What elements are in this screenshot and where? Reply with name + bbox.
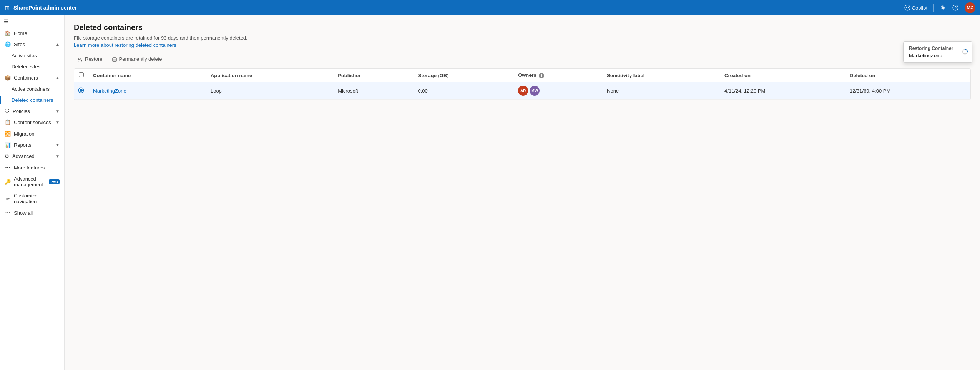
col-header-application-name: Application name — [206, 69, 333, 82]
sidebar-item-active-containers[interactable]: Active containers — [0, 83, 64, 95]
sites-chevron: ▲ — [56, 42, 60, 46]
reports-chevron: ▼ — [56, 143, 60, 147]
status-dot — [79, 88, 83, 93]
settings-button[interactable] — [940, 5, 946, 11]
sidebar-item-home[interactable]: 🏠 Home — [0, 27, 64, 39]
more-features-icon: ··· — [5, 164, 11, 171]
permanently-delete-button[interactable]: Permanently delete — [108, 54, 166, 64]
cell-sensitivity-label: None — [602, 82, 720, 100]
show-all-icon: ··· — [5, 210, 11, 216]
select-all-checkbox[interactable] — [79, 72, 84, 77]
sites-icon: 🌐 — [5, 41, 11, 47]
sidebar-item-customize-navigation[interactable]: ✏ Customize navigation — [0, 190, 64, 207]
content-services-chevron: ▼ — [56, 120, 60, 124]
cell-container-name: MarketingZone — [88, 82, 206, 100]
containers-icon: 📦 — [5, 75, 11, 81]
col-header-container-name: Container name — [88, 69, 206, 82]
topbar-divider — [933, 4, 934, 12]
col-header-publisher: Publisher — [333, 69, 413, 82]
sidebar-item-advanced-management[interactable]: 🔑 Advanced management PRO — [0, 173, 64, 190]
sidebar-item-deleted-sites[interactable]: Deleted sites — [0, 61, 64, 72]
owners-info-icon[interactable]: i — [539, 73, 544, 78]
restore-icon — [78, 56, 83, 62]
learn-more-link[interactable]: Learn more about restoring deleted conta… — [74, 42, 176, 48]
help-button[interactable]: ? — [952, 5, 958, 11]
sidebar-group-advanced[interactable]: ⚙ Advanced ▼ — [0, 151, 64, 162]
reports-icon: 📊 — [5, 142, 11, 148]
restore-button[interactable]: Restore — [74, 54, 106, 64]
avatar-mw: MW — [530, 86, 540, 96]
policies-chevron: ▼ — [56, 109, 60, 113]
cell-deleted-on: 12/31/69, 4:00 PM — [845, 82, 970, 100]
cell-application-name: Loop — [206, 82, 333, 100]
sidebar-item-show-all[interactable]: ··· Show all — [0, 207, 64, 219]
app-layout: ☰ 🏠 Home 🌐 Sites ▲ Active sites Deleted … — [0, 15, 980, 370]
avatar-ar: AR — [518, 86, 528, 96]
help-icon: ? — [952, 5, 958, 11]
sidebar-item-migration[interactable]: 🔀 Migration — [0, 128, 64, 139]
advanced-management-icon: 🔑 — [5, 179, 11, 185]
app-title: SharePoint admin center — [13, 5, 77, 11]
sidebar: ☰ 🏠 Home 🌐 Sites ▲ Active sites Deleted … — [0, 15, 65, 370]
containers-table: Container name Application name Publishe… — [74, 68, 971, 100]
table-header-row: Container name Application name Publishe… — [74, 69, 970, 82]
col-header-owners: Owners i — [513, 69, 602, 82]
sidebar-toggle[interactable]: ☰ — [0, 15, 64, 27]
sidebar-group-reports[interactable]: 📊 Reports ▼ — [0, 139, 64, 151]
cell-owners: AR MW — [513, 82, 602, 100]
home-icon: 🏠 — [5, 30, 11, 36]
advanced-chevron: ▼ — [56, 154, 60, 158]
pro-badge: PRO — [49, 179, 60, 184]
restore-spinner — [962, 48, 968, 56]
toolbar: Restore Permanently delete — [74, 54, 971, 64]
restore-popup-value: MarketingZone — [909, 53, 967, 58]
sidebar-group-sites[interactable]: 🌐 Sites ▲ — [0, 39, 64, 50]
cell-created-on: 4/11/24, 12:20 PM — [720, 82, 845, 100]
page-title: Deleted containers — [74, 23, 971, 32]
restore-popup: Restoring Container MarketingZone — [903, 41, 972, 63]
sidebar-group-content-services[interactable]: 📋 Content services ▼ — [0, 117, 64, 128]
content-services-icon: 📋 — [5, 119, 11, 125]
svg-point-0 — [905, 5, 910, 10]
table-row[interactable]: MarketingZone Loop Microsoft 0.00 AR MW … — [74, 82, 970, 100]
containers-chevron: ▲ — [56, 76, 60, 80]
topbar-actions: Copilot ? MZ — [904, 2, 975, 13]
waffle-button[interactable]: ⊞ — [5, 4, 10, 12]
row-select-cell — [74, 82, 88, 100]
delete-icon — [112, 56, 117, 62]
select-all-header — [74, 69, 88, 82]
waffle-icon: ⊞ — [5, 4, 10, 12]
topbar: ⊞ SharePoint admin center Copilot ? — [0, 0, 980, 15]
advanced-icon: ⚙ — [5, 153, 9, 159]
sidebar-item-deleted-containers[interactable]: Deleted containers — [0, 95, 64, 106]
customize-nav-icon: ✏ — [5, 196, 11, 202]
user-avatar[interactable]: MZ — [965, 2, 975, 13]
sidebar-item-more-features[interactable]: ··· More features — [0, 162, 64, 173]
restore-popup-title: Restoring Container — [909, 46, 967, 51]
col-header-sensitivity-label: Sensitivity label — [602, 69, 720, 82]
col-header-deleted-on: Deleted on — [845, 69, 970, 82]
svg-text:?: ? — [955, 6, 957, 10]
cell-storage-gb: 0.00 — [413, 82, 513, 100]
migration-icon: 🔀 — [5, 131, 11, 137]
main-content: Deleted containers File storage containe… — [65, 15, 980, 370]
copilot-button[interactable]: Copilot — [904, 5, 927, 11]
page-description: File storage containers are retained for… — [74, 35, 971, 41]
svg-rect-3 — [113, 58, 116, 61]
sidebar-item-active-sites[interactable]: Active sites — [0, 50, 64, 61]
sidebar-group-policies[interactable]: 🛡 Policies ▼ — [0, 106, 64, 117]
copilot-icon — [904, 5, 910, 11]
cell-publisher: Microsoft — [333, 82, 413, 100]
gear-icon — [940, 5, 946, 11]
sidebar-group-containers[interactable]: 📦 Containers ▲ — [0, 72, 64, 83]
col-header-created-on: Created on — [720, 69, 845, 82]
col-header-storage-gb: Storage (GB) — [413, 69, 513, 82]
policies-icon: 🛡 — [5, 108, 10, 114]
